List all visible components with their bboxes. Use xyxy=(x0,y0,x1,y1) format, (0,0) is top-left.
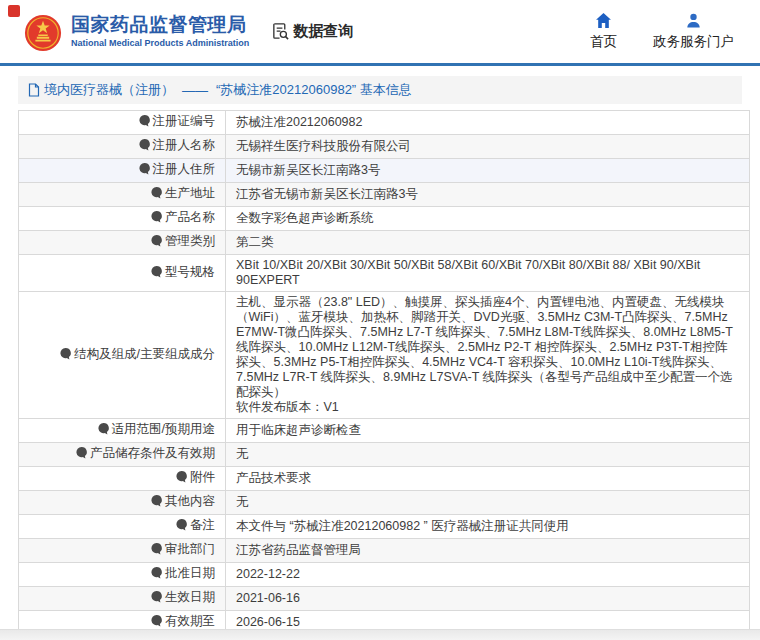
note-icon xyxy=(150,494,163,511)
agency-title-en: National Medical Products Administration xyxy=(71,39,249,49)
breadcrumb: 境内医疗器械（注册） —— “苏械注准20212060982” 基本信息 xyxy=(18,76,742,104)
row-value: 全数字彩色超声诊断系统 xyxy=(226,207,750,231)
row-label: 审批部门 xyxy=(19,539,226,563)
row-value: 江苏省药品监督管理局 xyxy=(226,539,750,563)
row-value: 本文件与 “苏械注准20212060982 ” 医疗器械注册证共同使用 xyxy=(226,515,750,539)
row-label: 注册证编号 xyxy=(19,111,226,135)
nav-item-label: 首页 xyxy=(590,33,617,51)
breadcrumb-section[interactable]: 境内医疗器械（注册） xyxy=(44,81,174,99)
row-label-text: 生产地址 xyxy=(165,186,215,200)
row-value: 用于临床超声诊断检查 xyxy=(226,419,750,443)
row-label-text: 注册人住所 xyxy=(153,162,216,176)
note-icon xyxy=(150,590,163,607)
row-value: 苏械注准20212060982 xyxy=(226,111,750,135)
home-icon xyxy=(595,12,612,29)
row-label: 注册人名称 xyxy=(19,135,226,159)
data-query-label: 数据查询 xyxy=(293,22,353,41)
row-label-text: 产品储存条件及有效期 xyxy=(90,446,215,460)
document-icon xyxy=(28,83,40,97)
row-label-text: 生效日期 xyxy=(165,590,215,604)
corner-red-mark xyxy=(8,5,20,17)
row-label-text: 批准日期 xyxy=(165,566,215,580)
table-row: 生产地址 江苏省无锡市新吴区长江南路3号 xyxy=(19,183,750,207)
row-value: 无 xyxy=(226,443,750,467)
header-divider xyxy=(0,63,760,66)
row-value: 无锡祥生医疗科技股份有限公司 xyxy=(226,135,750,159)
row-label-text: 注册证编号 xyxy=(153,114,216,128)
table-row: 注册人名称 无锡祥生医疗科技股份有限公司 xyxy=(19,135,750,159)
table-row: 管理类别 第二类 xyxy=(19,231,750,255)
note-icon xyxy=(138,114,151,131)
row-value: 无 xyxy=(226,491,750,515)
row-label-text: 产品名称 xyxy=(165,210,215,224)
note-icon xyxy=(150,234,163,251)
top-nav: 首页 政务服务门户 xyxy=(590,12,740,51)
row-label: 产品名称 xyxy=(19,207,226,231)
table-row: 生效日期 2021-06-16 xyxy=(19,587,750,611)
row-value: XBit 10/XBit 20/XBit 30/XBit 50/XBit 58/… xyxy=(226,255,750,292)
row-label: 型号规格 xyxy=(19,255,226,292)
row-label-text: 备注 xyxy=(190,518,215,532)
table-row: 其他内容 无 xyxy=(19,491,750,515)
row-value: 第二类 xyxy=(226,231,750,255)
registration-info-table: 注册证编号 苏械注准20212060982 注册人名称 无锡祥生医疗科技股份有限… xyxy=(18,110,750,640)
agency-title-block: 国家药品监督管理局 National Medical Products Admi… xyxy=(71,15,249,49)
table-row: 审批部门 江苏省药品监督管理局 xyxy=(19,539,750,563)
breadcrumb-dash: —— xyxy=(182,83,208,98)
note-icon xyxy=(138,138,151,155)
note-icon xyxy=(175,518,188,535)
agency-title-cn: 国家药品监督管理局 xyxy=(71,15,249,36)
row-label-text: 其他内容 xyxy=(165,494,215,508)
row-label: 产品储存条件及有效期 xyxy=(19,443,226,467)
row-label: 结构及组成/主要组成成分 xyxy=(19,292,226,419)
table-row: 批准日期 2022-12-22 xyxy=(19,563,750,587)
row-value: 产品技术要求 xyxy=(226,467,750,491)
nav-item-gov-portal[interactable]: 政务服务门户 xyxy=(653,12,734,51)
table-row: 注册人住所 无锡市新吴区长江南路3号 xyxy=(19,159,750,183)
row-label: 其他内容 xyxy=(19,491,226,515)
table-row: 附件 产品技术要求 xyxy=(19,467,750,491)
row-label-text: 适用范围/预期用途 xyxy=(112,422,215,436)
user-icon xyxy=(685,12,702,29)
info-table-body: 注册证编号 苏械注准20212060982 注册人名称 无锡祥生医疗科技股份有限… xyxy=(19,111,750,640)
row-label: 生效日期 xyxy=(19,587,226,611)
nav-item-home[interactable]: 首页 xyxy=(590,12,617,51)
row-label-text: 审批部门 xyxy=(165,542,215,556)
note-icon xyxy=(75,446,88,463)
row-label: 批准日期 xyxy=(19,563,226,587)
row-value: 无锡市新吴区长江南路3号 xyxy=(226,159,750,183)
table-row: 适用范围/预期用途 用于临床超声诊断检查 xyxy=(19,419,750,443)
row-label-text: 管理类别 xyxy=(165,234,215,248)
row-value: 2021-06-16 xyxy=(226,587,750,611)
row-label-text: 结构及组成/主要组成成分 xyxy=(74,347,215,361)
note-icon xyxy=(97,422,110,439)
row-label-text: 注册人名称 xyxy=(153,138,216,152)
row-label: 适用范围/预期用途 xyxy=(19,419,226,443)
page-header: 国家药品监督管理局 National Medical Products Admi… xyxy=(0,0,760,63)
footer-strip xyxy=(0,629,760,640)
row-value: 江苏省无锡市新吴区长江南路3号 xyxy=(226,183,750,207)
row-label-text: 附件 xyxy=(190,470,215,484)
note-icon xyxy=(59,347,72,364)
nav-item-label: 政务服务门户 xyxy=(653,33,734,51)
row-label: 管理类别 xyxy=(19,231,226,255)
table-row: 产品储存条件及有效期 无 xyxy=(19,443,750,467)
table-row: 注册证编号 苏械注准20212060982 xyxy=(19,111,750,135)
row-label: 注册人住所 xyxy=(19,159,226,183)
note-icon xyxy=(175,470,188,487)
row-label: 备注 xyxy=(19,515,226,539)
table-row: 备注 本文件与 “苏械注准20212060982 ” 医疗器械注册证共同使用 xyxy=(19,515,750,539)
row-label: 附件 xyxy=(19,467,226,491)
note-icon xyxy=(150,542,163,559)
document-search-icon xyxy=(271,22,290,41)
breadcrumb-current: “苏械注准20212060982” 基本信息 xyxy=(216,81,412,99)
table-row: 型号规格 XBit 10/XBit 20/XBit 30/XBit 50/XBi… xyxy=(19,255,750,292)
row-label: 生产地址 xyxy=(19,183,226,207)
row-value: 主机、显示器（23.8" LED）、触摸屏、探头插座4个、内置锂电池、内置硬盘、… xyxy=(226,292,750,419)
note-icon xyxy=(150,265,163,282)
data-query-nav[interactable]: 数据查询 xyxy=(271,22,353,41)
note-icon xyxy=(150,566,163,583)
note-icon xyxy=(150,210,163,227)
table-row: 结构及组成/主要组成成分 主机、显示器（23.8" LED）、触摸屏、探头插座4… xyxy=(19,292,750,419)
note-icon xyxy=(138,162,151,179)
